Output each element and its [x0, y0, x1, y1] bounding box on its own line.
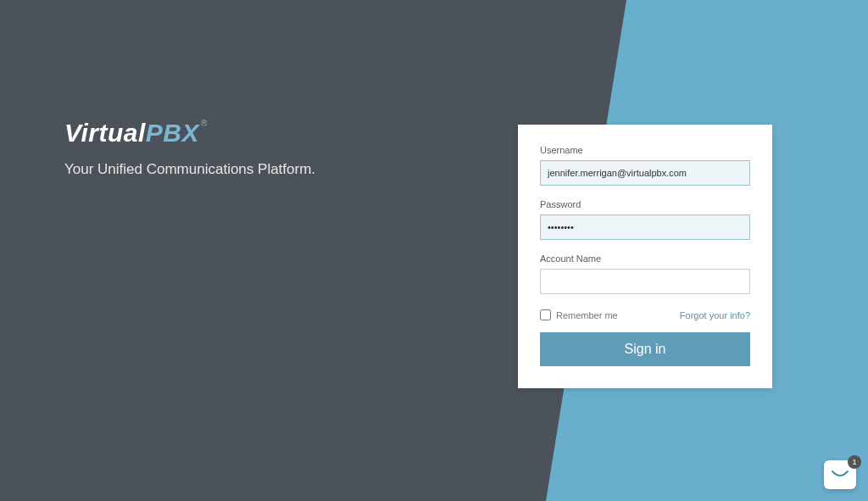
chat-badge: 1 — [848, 455, 861, 469]
logo-text-virtual: Virtual — [64, 119, 146, 147]
password-label: Password — [540, 199, 750, 209]
username-label: Username — [540, 145, 750, 155]
remember-me[interactable]: Remember me — [540, 309, 618, 320]
tagline: Your Unified Communications Platform. — [64, 161, 315, 178]
login-card: Username Password Account Name Remember … — [518, 125, 772, 388]
logo-registered-mark: ® — [201, 119, 208, 128]
options-row: Remember me Forgot your info? — [540, 309, 750, 320]
logo-text-pbx: PBX — [146, 119, 199, 147]
account-name-label: Account Name — [540, 253, 750, 264]
password-input[interactable] — [540, 214, 750, 240]
forgot-info-link[interactable]: Forgot your info? — [680, 310, 750, 320]
account-name-input[interactable] — [540, 269, 750, 294]
logo: VirtualPBX® — [64, 119, 208, 148]
chat-smile-icon — [831, 468, 849, 482]
chat-widget[interactable]: 1 — [824, 460, 856, 489]
chat-badge-count: 1 — [852, 458, 856, 466]
brand-block: VirtualPBX® Your Unified Communications … — [64, 119, 315, 178]
sign-in-button[interactable]: Sign in — [540, 332, 750, 366]
remember-me-checkbox[interactable] — [540, 309, 551, 320]
login-page: VirtualPBX® Your Unified Communications … — [0, 0, 868, 501]
username-input[interactable] — [540, 160, 750, 186]
remember-me-label: Remember me — [556, 310, 618, 320]
